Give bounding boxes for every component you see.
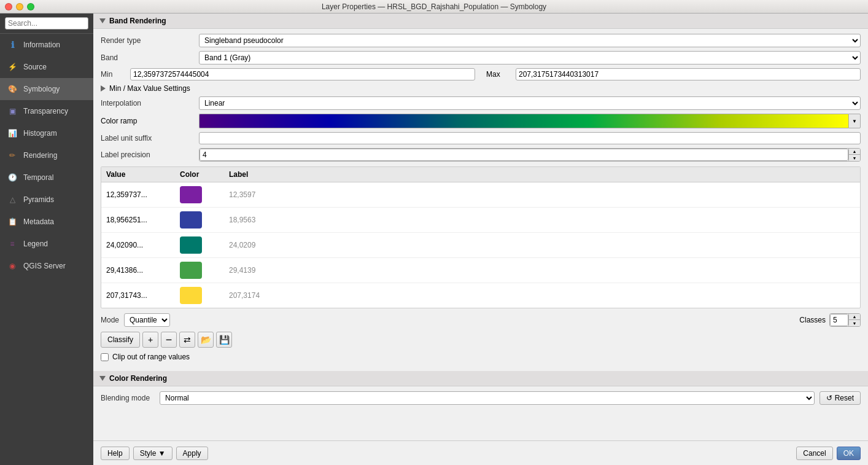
color-ramp-dropdown-btn[interactable]: ▼ bbox=[848, 114, 861, 128]
row-label: 24,0209 bbox=[224, 240, 860, 251]
label-unit-suffix-input[interactable] bbox=[199, 132, 861, 144]
row-color bbox=[175, 260, 224, 280]
render-type-label: Render type bbox=[101, 36, 199, 45]
min-max-settings-toggle[interactable]: Min / Max Value Settings bbox=[101, 84, 861, 93]
min-label: Min bbox=[101, 70, 125, 79]
color-rendering-header[interactable]: Color Rendering bbox=[93, 371, 868, 386]
search-input[interactable] bbox=[5, 17, 88, 29]
band-rendering-content: Render type Singleband pseudocolor Band … bbox=[93, 29, 868, 371]
metadata-icon: 📋 bbox=[6, 216, 18, 228]
min-input[interactable] bbox=[130, 68, 475, 80]
sidebar-item-label: Histogram bbox=[23, 129, 57, 138]
reset-button[interactable]: ↺ Reset bbox=[820, 391, 861, 405]
label-precision-input[interactable] bbox=[200, 149, 848, 161]
classes-input[interactable] bbox=[830, 314, 848, 326]
label-precision-row: Label precision ▲ ▼ bbox=[101, 148, 861, 162]
invert-button[interactable]: ⇄ bbox=[179, 332, 195, 348]
reset-label: Reset bbox=[835, 394, 854, 402]
ok-button[interactable]: OK bbox=[837, 447, 861, 460]
expand-icon bbox=[101, 85, 106, 92]
add-class-button[interactable]: + bbox=[142, 332, 158, 348]
min-max-settings-label: Min / Max Value Settings bbox=[109, 84, 190, 93]
render-type-select[interactable]: Singleband pseudocolor bbox=[199, 34, 861, 47]
color-ramp-row: Color ramp ▼ bbox=[101, 114, 861, 128]
color-table: Value Color Label 12,359737... 12,3597 1… bbox=[101, 166, 861, 308]
color-swatch[interactable] bbox=[180, 287, 202, 304]
classes-input-wrap: ▲ ▼ bbox=[829, 313, 861, 327]
mode-row: Mode Quantile Classes ▲ ▼ bbox=[101, 313, 861, 327]
precision-spin-down[interactable]: ▼ bbox=[849, 155, 860, 161]
classes-spin-down[interactable]: ▼ bbox=[849, 320, 860, 326]
color-swatch[interactable] bbox=[180, 262, 202, 279]
apply-button[interactable]: Apply bbox=[176, 447, 208, 460]
color-swatch[interactable] bbox=[180, 186, 202, 203]
band-rendering-header[interactable]: Band Rendering bbox=[93, 14, 868, 29]
sidebar-item-rendering[interactable]: ✏ Rendering bbox=[0, 144, 93, 166]
rendering-icon: ✏ bbox=[6, 149, 18, 162]
help-button[interactable]: Help bbox=[101, 447, 130, 460]
interpolation-select[interactable]: Linear bbox=[199, 96, 861, 110]
sidebar-item-source[interactable]: ⚡ Source bbox=[0, 56, 93, 78]
min-max-row: Min Max bbox=[101, 68, 861, 80]
row-value: 18,956251... bbox=[101, 214, 175, 225]
row-value: 29,41386... bbox=[101, 265, 175, 276]
band-label: Band bbox=[101, 53, 199, 62]
max-label: Max bbox=[486, 70, 511, 79]
histogram-icon: 📊 bbox=[6, 127, 18, 139]
close-button[interactable] bbox=[5, 3, 12, 10]
sidebar-item-pyramids[interactable]: △ Pyramids bbox=[0, 189, 93, 211]
sidebar-item-histogram[interactable]: 📊 Histogram bbox=[0, 122, 93, 144]
color-swatch[interactable] bbox=[180, 236, 202, 254]
blending-mode-select[interactable]: Normal bbox=[160, 391, 815, 405]
table-row: 18,956251... 18,9563 bbox=[101, 208, 860, 233]
minimize-button[interactable] bbox=[16, 3, 23, 10]
color-rendering-content: Blending mode Normal ↺ Reset bbox=[93, 386, 868, 410]
band-select[interactable]: Band 1 (Gray) bbox=[199, 51, 861, 64]
band-row: Band Band 1 (Gray) bbox=[101, 51, 861, 64]
sidebar-item-qgis-server[interactable]: ◉ QGIS Server bbox=[0, 255, 93, 277]
clip-checkbox[interactable] bbox=[101, 353, 109, 361]
style-button[interactable]: Style ▼ bbox=[133, 447, 172, 460]
label-unit-suffix-control bbox=[199, 132, 861, 144]
label-unit-suffix-row: Label unit suffix bbox=[101, 132, 861, 144]
scrollable-area[interactable]: Band Rendering Render type Singleband ps… bbox=[93, 14, 868, 440]
classes-spinners: ▲ ▼ bbox=[848, 314, 860, 326]
reset-icon: ↺ bbox=[826, 394, 832, 402]
classes-label: Classes bbox=[799, 316, 826, 324]
sidebar-item-symbology[interactable]: 🎨 Symbology bbox=[0, 78, 93, 100]
label-precision-spinners: ▲ ▼ bbox=[848, 149, 860, 161]
precision-spin-up[interactable]: ▲ bbox=[849, 149, 860, 155]
band-rendering-title: Band Rendering bbox=[109, 17, 166, 25]
interpolation-row: Interpolation Linear bbox=[101, 96, 861, 110]
color-ramp-label: Color ramp bbox=[101, 117, 199, 125]
sidebar-item-label: Symbology bbox=[23, 85, 60, 93]
sidebar-item-transparency[interactable]: ▣ Transparency bbox=[0, 100, 93, 122]
col-header-value: Value bbox=[101, 169, 175, 180]
information-icon: ℹ bbox=[6, 39, 18, 51]
clip-row: Clip out of range values bbox=[101, 353, 861, 361]
maximize-button[interactable] bbox=[27, 3, 34, 10]
color-swatch[interactable] bbox=[180, 211, 202, 229]
row-label: 207,3174 bbox=[224, 290, 860, 301]
sidebar-item-information[interactable]: ℹ Information bbox=[0, 34, 93, 56]
color-rendering-title: Color Rendering bbox=[109, 374, 167, 383]
sidebar-item-temporal[interactable]: 🕐 Temporal bbox=[0, 166, 93, 189]
mode-select[interactable]: Quantile bbox=[124, 313, 170, 327]
bottom-bar: Help Style ▼ Apply Cancel OK bbox=[93, 440, 868, 465]
max-input[interactable] bbox=[516, 68, 861, 80]
classes-spin-up[interactable]: ▲ bbox=[849, 314, 860, 320]
sidebar-item-metadata[interactable]: 📋 Metadata bbox=[0, 211, 93, 233]
interpolation-label: Interpolation bbox=[101, 99, 199, 107]
sidebar: ℹ Information ⚡ Source 🎨 Symbology ▣ Tra… bbox=[0, 14, 93, 465]
label-precision-control: ▲ ▼ bbox=[199, 148, 861, 162]
sidebar-item-legend[interactable]: ≡ Legend bbox=[0, 233, 93, 255]
title-bar: Layer Properties — HRSL_BGD_Rajshahi_Pop… bbox=[0, 0, 868, 14]
col-header-label: Label bbox=[224, 169, 860, 180]
classify-button[interactable]: Classify bbox=[101, 332, 140, 348]
remove-class-button[interactable]: − bbox=[161, 332, 177, 348]
save-button[interactable]: 💾 bbox=[216, 332, 232, 348]
sidebar-item-label: Legend bbox=[23, 240, 48, 248]
load-button[interactable]: 📂 bbox=[198, 332, 214, 348]
row-value: 207,31743... bbox=[101, 290, 175, 301]
cancel-button[interactable]: Cancel bbox=[796, 447, 832, 460]
